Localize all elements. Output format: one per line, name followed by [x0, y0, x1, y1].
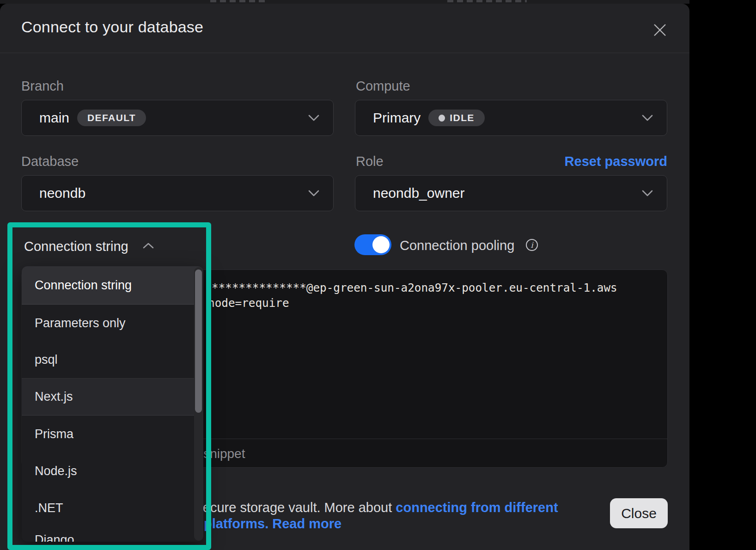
connect-database-dialog: Connect to your database Branch Compute …	[0, 4, 689, 550]
compute-value: Primary	[373, 110, 421, 126]
database-value: neondb	[39, 185, 85, 201]
database-label: Database	[21, 154, 79, 169]
chevron-down-icon	[308, 115, 319, 121]
connection-string-line2: node=require	[208, 296, 289, 310]
footer-description-line2: platforms. Read more	[204, 516, 341, 532]
background-text-fragment	[447, 0, 527, 2]
branch-value: main	[39, 110, 69, 126]
background-text-fragment	[210, 0, 267, 2]
connection-string-line1: **************@ep-green-sun-a2ona97x-poo…	[212, 281, 617, 294]
compute-select[interactable]: Primary IDLE	[355, 100, 667, 136]
option-psql[interactable]: psql	[22, 342, 203, 379]
option-connection-string[interactable]: Connection string	[22, 266, 203, 305]
connection-string-section-label[interactable]: Connection string	[24, 239, 128, 254]
role-value: neondb_owner	[373, 185, 465, 201]
read-more-link[interactable]: Read more	[272, 516, 341, 531]
branch-label: Branch	[21, 79, 64, 94]
dialog-title: Connect to your database	[21, 18, 203, 35]
chevron-up-icon[interactable]	[142, 242, 154, 250]
close-button[interactable]: Close	[610, 498, 668, 528]
option-prisma[interactable]: Prisma	[22, 416, 203, 452]
close-icon[interactable]	[652, 22, 668, 38]
option-nodejs[interactable]: Node.js	[22, 452, 203, 489]
chevron-down-icon	[308, 190, 319, 196]
reset-password-link[interactable]: Reset password	[565, 154, 667, 169]
screen: Connect to your database Branch Compute …	[0, 0, 756, 550]
chevron-down-icon	[642, 115, 653, 121]
connection-pooling-label: Connection pooling	[400, 238, 514, 253]
compute-status-badge: IDLE	[428, 110, 484, 126]
option-parameters-only[interactable]: Parameters only	[22, 305, 203, 342]
database-select[interactable]: neondb	[21, 175, 334, 211]
background-page-sliver	[0, 0, 689, 4]
connection-pooling-toggle[interactable]	[354, 234, 391, 255]
compute-label: Compute	[356, 79, 410, 94]
option-dotnet[interactable]: .NET	[22, 489, 203, 526]
branch-select[interactable]: main DEFAULT	[21, 100, 334, 136]
option-nextjs[interactable]: Next.js	[22, 379, 203, 416]
role-select[interactable]: neondb_owner	[355, 175, 667, 211]
platforms-link-continued[interactable]: platforms.	[204, 516, 268, 531]
toggle-knob	[372, 236, 390, 253]
default-badge: DEFAULT	[77, 110, 146, 126]
header-divider	[0, 53, 689, 53]
status-dot-icon	[439, 115, 445, 122]
option-django[interactable]: Django	[22, 526, 203, 542]
role-label: Role	[356, 154, 384, 169]
scrollbar-thumb[interactable]	[195, 269, 202, 413]
info-icon[interactable]: i	[526, 239, 538, 251]
connection-string-listbox: Connection string Parameters only psql N…	[22, 266, 203, 542]
platforms-link[interactable]: connecting from different	[396, 500, 558, 515]
chevron-down-icon	[642, 190, 653, 196]
compute-status-text: IDLE	[450, 112, 474, 123]
